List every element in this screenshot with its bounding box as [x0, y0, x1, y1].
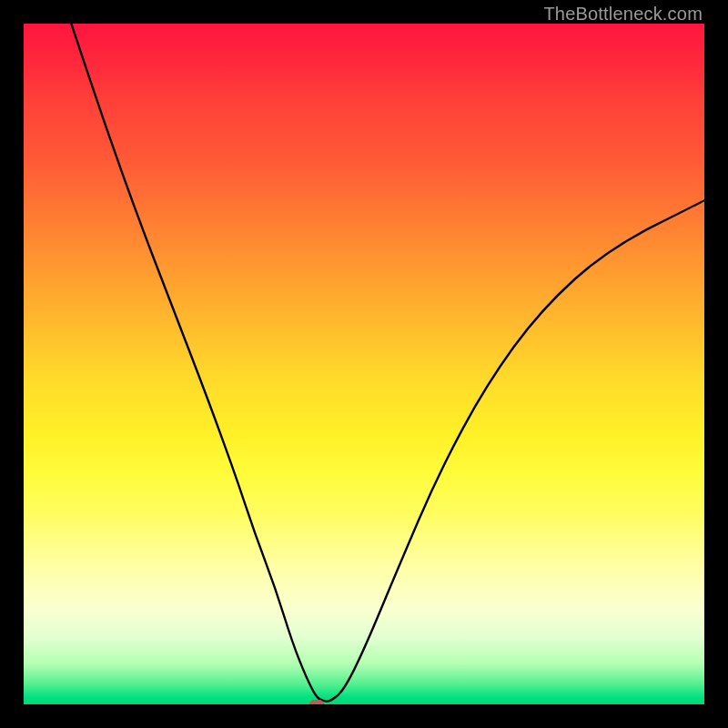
curve-path: [71, 24, 704, 702]
chart-frame: TheBottleneck.com: [0, 0, 728, 728]
optimal-point-marker: [309, 700, 324, 704]
bottleneck-curve: [24, 24, 704, 704]
watermark-text: TheBottleneck.com: [543, 4, 703, 25]
plot-area: [24, 24, 704, 704]
